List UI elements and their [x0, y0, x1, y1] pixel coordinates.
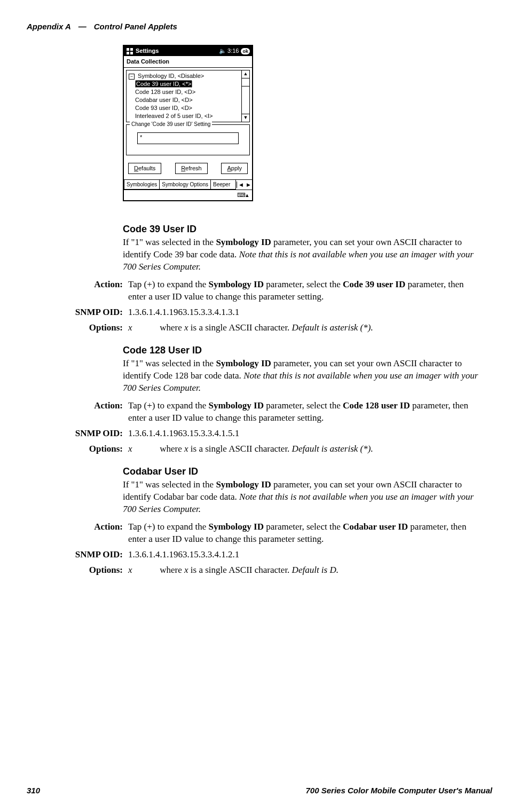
snmp-value: 1.3.6.1.4.1.1963.15.3.3.4.1.3.1: [128, 306, 482, 319]
options-value: x where x is a single ASCII character. D…: [128, 564, 482, 577]
sip-bar: ⌨▴: [124, 190, 252, 200]
book-title: 700 Series Color Mobile Computer User's …: [306, 785, 493, 796]
section-intro: If "1" was selected in the Symbology ID …: [123, 358, 482, 395]
action-value: Tap (+) to expand the Symbology ID param…: [128, 400, 482, 424]
options-label: Options:: [27, 443, 128, 455]
action-label: Action:: [27, 521, 128, 546]
tab-symbologies[interactable]: Symbologies: [124, 180, 160, 190]
speaker-icon: 🔈: [219, 47, 226, 55]
tree-item[interactable]: Code 93 user ID, <D>: [129, 104, 248, 112]
page-number: 310: [27, 785, 40, 796]
svg-rect-2: [127, 52, 129, 54]
action-row: Action: Tap (+) to expand the Symbology …: [123, 279, 482, 303]
tree-item[interactable]: Code 128 user ID, <D>: [129, 88, 248, 96]
tree-root[interactable]: − Symbology ID, <Disable>: [129, 72, 248, 80]
options-row: Options: x where x is a single ASCII cha…: [123, 322, 482, 334]
change-setting-group: Change 'Code 39 user ID' Setting *: [126, 124, 250, 155]
user-id-input[interactable]: *: [137, 132, 239, 144]
svg-rect-3: [130, 52, 133, 54]
collapse-icon[interactable]: −: [129, 74, 135, 80]
tree-item[interactable]: Code 39 user ID, <*>: [129, 80, 248, 88]
options-value: x where x is a single ASCII character. D…: [128, 322, 482, 334]
header-appendix: Appendix A: [27, 21, 71, 32]
options-row: Options: x where x is a single ASCII cha…: [123, 564, 482, 577]
ok-button[interactable]: ok: [241, 48, 250, 54]
section-title: Code 128 User ID: [123, 344, 482, 357]
tab-beeper[interactable]: Beeper: [210, 180, 236, 190]
snmp-value: 1.3.6.1.4.1.1963.15.3.3.4.1.2.1: [128, 549, 482, 561]
tab-nav-right-icon[interactable]: ▶: [245, 182, 252, 188]
scroll-thumb[interactable]: [242, 78, 249, 86]
tree-item[interactable]: Codabar user ID, <D>: [129, 96, 248, 104]
group-legend: Change 'Code 39 user ID' Setting: [130, 121, 212, 128]
options-label: Options:: [27, 322, 128, 334]
section-intro: If "1" was selected in the Symbology ID …: [123, 236, 482, 273]
header-title: Control Panel Applets: [94, 21, 177, 32]
refresh-button[interactable]: Refresh: [175, 163, 208, 174]
apply-button[interactable]: Apply: [221, 163, 248, 174]
action-row: Action: Tap (+) to expand the Symbology …: [123, 521, 482, 546]
snmp-label: SNMP OID:: [27, 549, 128, 561]
options-row: Options: x where x is a single ASCII cha…: [123, 443, 482, 455]
clock-time: 3:16: [227, 47, 239, 55]
svg-rect-1: [130, 48, 133, 51]
scroll-up-icon[interactable]: ▲: [242, 70, 249, 78]
action-label: Action:: [27, 400, 128, 424]
options-label: Options:: [27, 564, 128, 577]
tree-item[interactable]: Interleaved 2 of 5 user ID, <I>: [129, 112, 248, 120]
tree-item-label: Code 39 user ID, <*>: [135, 80, 192, 88]
tree-item-label: Code 93 user ID, <D>: [135, 105, 192, 111]
action-value: Tap (+) to expand the Symbology ID param…: [128, 521, 482, 546]
device-screenshot: Settings 🔈 3:16 ok Data Collection − Sym…: [123, 45, 492, 201]
tree-scrollbar[interactable]: ▲ ▼: [241, 70, 249, 122]
snmp-value: 1.3.6.1.4.1.1963.15.3.3.4.1.5.1: [128, 428, 482, 440]
tab-nav-left-icon[interactable]: ◀: [237, 182, 245, 188]
tab-strip: Symbologies Symbology Options Beeper ◀ ▶: [124, 179, 252, 190]
action-value: Tap (+) to expand the Symbology ID param…: [128, 279, 482, 303]
keyboard-icon[interactable]: ⌨▴: [237, 192, 249, 198]
windows-icon: [126, 48, 133, 55]
section-title: Codabar User ID: [123, 465, 482, 478]
action-row: Action: Tap (+) to expand the Symbology …: [123, 400, 482, 424]
window-title: Settings: [136, 47, 218, 55]
window-titlebar: Settings 🔈 3:16 ok: [124, 46, 252, 56]
tree-item-label: Codabar user ID, <D>: [135, 97, 193, 103]
running-header: Appendix A — Control Panel Applets: [27, 21, 492, 32]
tree-item-label: Code 128 user ID, <D>: [135, 89, 195, 95]
defaults-button[interactable]: Defaults: [128, 163, 161, 174]
applet-title: Data Collection: [124, 56, 252, 68]
tab-symbology-options[interactable]: Symbology Options: [159, 180, 211, 190]
snmp-label: SNMP OID:: [27, 428, 128, 440]
page-footer: 310 700 Series Color Mobile Computer Use…: [27, 785, 492, 796]
header-dash: —: [78, 21, 86, 32]
snmp-row: SNMP OID: 1.3.6.1.4.1.1963.15.3.3.4.1.2.…: [123, 549, 482, 561]
scroll-down-icon[interactable]: ▼: [242, 114, 249, 122]
tree-item-label: Interleaved 2 of 5 user ID, <I>: [135, 113, 213, 119]
snmp-row: SNMP OID: 1.3.6.1.4.1.1963.15.3.3.4.1.5.…: [123, 428, 482, 440]
tab-nav: ◀ ▶: [237, 182, 252, 188]
svg-rect-0: [127, 48, 129, 51]
section-title: Code 39 User ID: [123, 223, 482, 235]
snmp-row: SNMP OID: 1.3.6.1.4.1.1963.15.3.3.4.1.3.…: [123, 306, 482, 319]
snmp-label: SNMP OID:: [27, 306, 128, 319]
action-label: Action:: [27, 279, 128, 303]
tree-root-label: Symbology ID, <Disable>: [138, 73, 204, 79]
tree-view[interactable]: − Symbology ID, <Disable> Code 39 user I…: [126, 70, 250, 122]
section-intro: If "1" was selected in the Symbology ID …: [123, 479, 482, 516]
options-value: x where x is a single ASCII character. D…: [128, 443, 482, 455]
